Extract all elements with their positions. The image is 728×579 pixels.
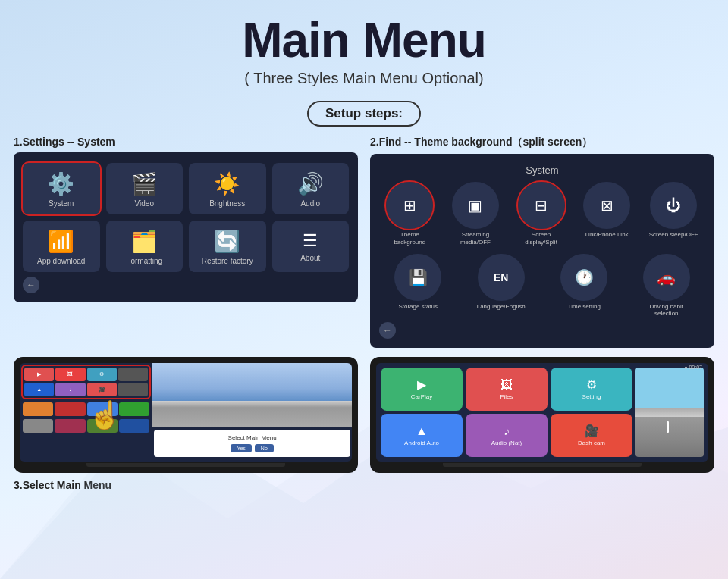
streaming-cell[interactable]: ▣ xyxy=(452,182,499,229)
step1-icon-grid: ⚙️ System 🎬 Video ☀️ Brightness 🔊 Audio … xyxy=(23,163,349,272)
time-icon: 🕐 xyxy=(575,268,594,286)
step1-label: 1.Settings -- System xyxy=(14,136,358,148)
system-icon: ⚙️ xyxy=(48,171,74,196)
time-cell[interactable]: 🕐 xyxy=(560,254,607,301)
icon-restore[interactable]: 🔄 Restore factory xyxy=(189,221,266,272)
mini-cell-c2 xyxy=(55,419,85,433)
theme-label: Themebackground xyxy=(394,231,425,246)
formatting-icon: 🗂️ xyxy=(131,229,158,254)
brightness-label: Brightness xyxy=(209,199,245,208)
sys-time[interactable]: 🕐 Time setting xyxy=(560,254,607,318)
mini-cell-c1 xyxy=(23,419,53,433)
screen-split-cell[interactable]: ⊟ xyxy=(518,182,565,229)
language-cell[interactable]: EN xyxy=(478,254,525,301)
camera-road xyxy=(635,368,704,457)
sleep-cell[interactable]: ⏻ xyxy=(650,182,697,229)
time-label: Time setting xyxy=(568,303,601,311)
icon-audio[interactable]: 🔊 Audio xyxy=(272,163,350,214)
hand-cursor-icon: ☝️ xyxy=(88,399,122,431)
sys-link[interactable]: ⊠ Link/Phone Link xyxy=(583,182,630,246)
dashcam-icon: 🎥 xyxy=(584,424,599,438)
sys-sleep[interactable]: ⏻ Screen sleep/OFF xyxy=(649,182,698,246)
setup-steps-badge: Setup steps: xyxy=(307,101,421,127)
mini-cell-c4 xyxy=(119,419,149,433)
storage-cell[interactable]: 💾 xyxy=(394,254,441,301)
audio-nat-icon: ♪ xyxy=(504,424,510,438)
about-icon: ☰ xyxy=(303,231,318,251)
android-auto-icon: ▲ xyxy=(416,424,428,438)
step3-left: ▶ 🖼 ⚙ ▲ ♪ 🎥 xyxy=(14,357,358,491)
badge-row: Setup steps: xyxy=(0,93,728,127)
mini-cell-b1 xyxy=(23,402,53,416)
system-label: System xyxy=(49,199,74,208)
mini-cell-2: 🖼 xyxy=(55,368,85,381)
mini-cell-1: ▶ xyxy=(24,368,54,381)
audio-label: Audio xyxy=(300,199,320,208)
yes-button[interactable]: Yes xyxy=(231,444,251,452)
mini-cell-3: ⚙ xyxy=(87,368,117,381)
link-cell[interactable]: ⊠ xyxy=(583,182,630,229)
carplay-label: CarPlay xyxy=(411,393,432,400)
driving-cell[interactable]: 🚗 xyxy=(643,254,690,301)
screen-split-icon: ⊟ xyxy=(535,196,548,214)
app-android-auto[interactable]: ▲ Android Auto xyxy=(381,414,463,457)
streaming-label: Streamingmedia/OFF xyxy=(460,231,491,246)
streaming-icon: ▣ xyxy=(468,196,482,214)
main-content: 1.Settings -- System ⚙️ System 🎬 Video ☀… xyxy=(0,136,728,347)
files-label: Files xyxy=(500,393,513,400)
dialog-text: Select Main Menu xyxy=(160,434,344,441)
icon-brightness[interactable]: ☀️ Brightness xyxy=(189,163,266,214)
app-setting[interactable]: ⚙ Setting xyxy=(551,368,632,411)
driving-icon: 🚗 xyxy=(657,268,676,286)
device-stand-left xyxy=(86,463,286,467)
dashcam-label: Dash cam xyxy=(578,440,605,446)
system-title: System xyxy=(379,164,705,176)
app-download-icon: 📶 xyxy=(48,229,74,254)
sys-theme[interactable]: ⊞ Themebackground xyxy=(386,182,433,246)
dialog-box: Select Main Menu Yes No xyxy=(154,430,350,457)
video-icon: 🎬 xyxy=(131,171,158,196)
sys-screen-split[interactable]: ⊟ Screendisplay/Split xyxy=(518,182,565,246)
sleep-label: Screen sleep/OFF xyxy=(649,231,698,239)
mini-cell-6: ♪ xyxy=(55,383,85,396)
icon-system[interactable]: ⚙️ System xyxy=(23,163,100,214)
step3-right: ● 00:07 ▶ CarPlay 🖼 Files ⚙ Setting xyxy=(370,357,714,491)
no-button[interactable]: No xyxy=(255,444,274,452)
mini-cell-7: 🎥 xyxy=(87,383,117,396)
step2-screen: System ⊞ Themebackground ▣ Streamingmedi… xyxy=(370,154,714,347)
android-auto-label: Android Auto xyxy=(404,440,439,446)
sys-streaming[interactable]: ▣ Streamingmedia/OFF xyxy=(452,182,499,246)
step1-panel: 1.Settings -- System ⚙️ System 🎬 Video ☀… xyxy=(14,136,358,347)
sleep-icon: ⏻ xyxy=(666,197,681,214)
back-button-step2[interactable]: ← xyxy=(379,322,396,339)
back-button-step1[interactable]: ← xyxy=(23,277,39,293)
audio-nat-label: Audio (Nat) xyxy=(491,440,522,446)
road-view xyxy=(152,363,352,427)
app-carplay[interactable]: ▶ CarPlay xyxy=(381,368,463,411)
link-icon: ⊠ xyxy=(601,196,613,214)
icon-formatting[interactable]: 🗂️ Formatting xyxy=(106,221,184,272)
status-bar: ● 00:07 xyxy=(684,365,702,370)
app-audio[interactable]: ♪ Audio (Nat) xyxy=(466,414,548,457)
brightness-icon: ☀️ xyxy=(214,171,240,196)
app-dashcam[interactable]: 🎥 Dash cam xyxy=(551,414,632,457)
formatting-label: Formatting xyxy=(126,257,162,266)
mini-cell-8 xyxy=(118,383,148,396)
page-title: Main Menu xyxy=(0,14,728,67)
device-stand-right xyxy=(443,463,642,467)
setting-label: Setting xyxy=(582,393,601,400)
icon-app-download[interactable]: 📶 App download xyxy=(23,221,100,272)
sys-storage[interactable]: 💾 Storage status xyxy=(394,254,441,318)
sys-driving[interactable]: 🚗 Driving habitselection xyxy=(643,254,690,318)
left-device-screen: ▶ 🖼 ⚙ ▲ ♪ 🎥 xyxy=(20,363,352,462)
app-download-label: App download xyxy=(37,257,85,266)
dialog-buttons: Yes No xyxy=(160,444,344,452)
link-label: Link/Phone Link xyxy=(585,231,629,239)
step1-screen: ⚙️ System 🎬 Video ☀️ Brightness 🔊 Audio … xyxy=(14,152,358,302)
right-device-screen: ● 00:07 ▶ CarPlay 🖼 Files ⚙ Setting xyxy=(376,363,708,462)
theme-cell[interactable]: ⊞ xyxy=(386,182,433,229)
icon-about[interactable]: ☰ About xyxy=(272,221,350,272)
sys-language[interactable]: EN Language/English xyxy=(477,254,526,318)
icon-video[interactable]: 🎬 Video xyxy=(106,163,184,214)
app-files[interactable]: 🖼 Files xyxy=(466,368,548,411)
